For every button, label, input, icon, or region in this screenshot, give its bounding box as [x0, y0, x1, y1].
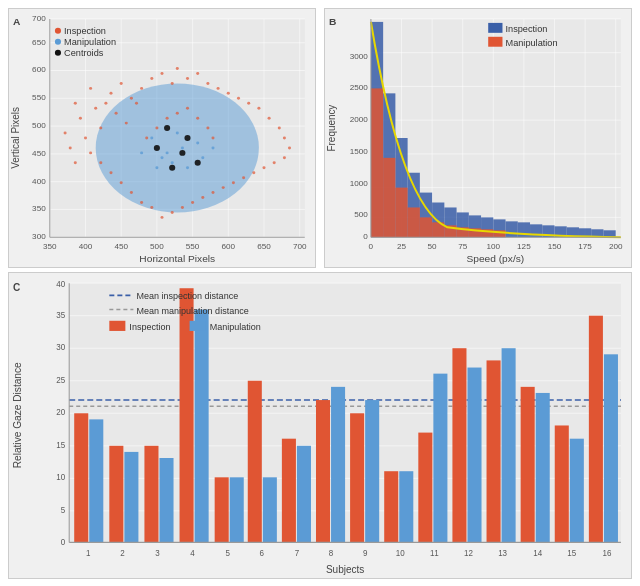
svg-rect-167 [420, 217, 432, 237]
svg-point-79 [74, 102, 77, 105]
svg-text:5: 5 [61, 506, 66, 515]
svg-rect-218 [195, 310, 209, 543]
svg-rect-216 [159, 458, 173, 542]
svg-rect-228 [365, 400, 379, 542]
svg-point-78 [74, 161, 77, 164]
svg-point-95 [154, 145, 160, 151]
svg-text:75: 75 [458, 242, 468, 251]
svg-point-56 [201, 196, 204, 199]
svg-text:40: 40 [56, 280, 65, 289]
svg-rect-231 [418, 433, 432, 543]
svg-rect-233 [452, 348, 466, 542]
svg-point-38 [206, 82, 209, 85]
svg-rect-224 [297, 446, 311, 543]
svg-text:1: 1 [86, 549, 91, 558]
svg-point-72 [186, 107, 189, 110]
svg-text:6: 6 [260, 549, 265, 558]
svg-point-53 [232, 181, 235, 184]
svg-point-66 [99, 161, 102, 164]
svg-point-63 [130, 191, 133, 194]
svg-text:700: 700 [293, 242, 307, 251]
svg-text:Manipulation: Manipulation [64, 37, 116, 47]
svg-text:2: 2 [120, 549, 125, 558]
svg-text:Inspection: Inspection [129, 322, 170, 332]
svg-rect-222 [263, 477, 277, 542]
svg-rect-235 [487, 360, 501, 542]
svg-text:8: 8 [329, 549, 334, 558]
svg-point-96 [169, 165, 175, 171]
svg-point-44 [268, 117, 271, 120]
svg-text:550: 550 [32, 93, 46, 102]
svg-rect-211 [74, 413, 88, 542]
svg-rect-279 [190, 321, 206, 331]
svg-text:15: 15 [567, 549, 576, 558]
svg-text:700: 700 [32, 14, 46, 23]
svg-point-92 [164, 125, 170, 131]
svg-text:400: 400 [32, 177, 46, 186]
svg-rect-241 [589, 316, 603, 543]
svg-text:3000: 3000 [350, 52, 369, 61]
svg-rect-230 [399, 471, 413, 542]
svg-text:4: 4 [190, 549, 195, 558]
svg-point-24 [120, 82, 123, 85]
svg-text:125: 125 [517, 242, 531, 251]
svg-rect-197 [488, 37, 502, 47]
svg-rect-212 [89, 419, 103, 542]
svg-text:300: 300 [32, 232, 46, 241]
svg-text:400: 400 [79, 242, 93, 251]
svg-text:350: 350 [43, 242, 57, 251]
svg-point-39 [217, 87, 220, 90]
svg-rect-229 [384, 471, 398, 542]
svg-text:7: 7 [295, 549, 300, 558]
svg-point-49 [273, 161, 276, 164]
svg-text:15: 15 [56, 441, 65, 450]
svg-point-54 [222, 186, 225, 189]
svg-text:14: 14 [533, 549, 542, 558]
svg-text:10: 10 [56, 473, 65, 482]
svg-point-85 [186, 166, 189, 169]
svg-point-22 [94, 107, 97, 110]
svg-rect-164 [383, 158, 395, 237]
svg-text:450: 450 [32, 149, 46, 158]
svg-point-48 [283, 156, 286, 159]
svg-point-42 [247, 102, 250, 105]
svg-text:B: B [329, 16, 336, 27]
svg-text:16: 16 [602, 549, 611, 558]
svg-rect-163 [371, 88, 383, 237]
svg-point-19 [89, 87, 92, 90]
svg-text:30: 30 [56, 343, 65, 352]
svg-text:35: 35 [56, 311, 65, 320]
svg-rect-277 [109, 321, 125, 331]
svg-text:C: C [13, 282, 20, 293]
top-row: 350 400 450 500 550 600 650 700 300 350 … [8, 8, 632, 268]
svg-text:Relative Gaze Distance: Relative Gaze Distance [12, 362, 23, 468]
svg-text:175: 175 [578, 242, 592, 251]
svg-point-52 [242, 176, 245, 179]
svg-point-46 [283, 137, 286, 140]
svg-point-59 [171, 211, 174, 214]
svg-point-25 [130, 97, 133, 100]
svg-point-47 [288, 146, 291, 149]
svg-point-64 [120, 181, 123, 184]
svg-point-37 [196, 72, 199, 75]
svg-text:Mean manipulation distance: Mean manipulation distance [136, 306, 248, 316]
svg-rect-225 [316, 400, 330, 542]
svg-text:350: 350 [32, 205, 46, 214]
svg-rect-165 [395, 188, 407, 238]
svg-text:1500: 1500 [350, 147, 369, 156]
svg-text:650: 650 [32, 38, 46, 47]
svg-text:550: 550 [186, 242, 200, 251]
svg-rect-242 [604, 354, 618, 542]
svg-point-76 [64, 132, 67, 135]
svg-text:500: 500 [354, 210, 368, 219]
svg-point-36 [186, 77, 189, 80]
svg-rect-236 [502, 348, 516, 542]
svg-point-43 [257, 107, 260, 110]
svg-point-94 [195, 160, 201, 166]
svg-text:0: 0 [61, 538, 66, 547]
svg-point-68 [145, 137, 148, 140]
histogram-chart: 0 25 50 75 100 125 150 175 200 0 500 100… [325, 9, 631, 267]
svg-point-62 [140, 201, 143, 204]
svg-point-35 [176, 67, 179, 70]
svg-point-26 [140, 87, 143, 90]
